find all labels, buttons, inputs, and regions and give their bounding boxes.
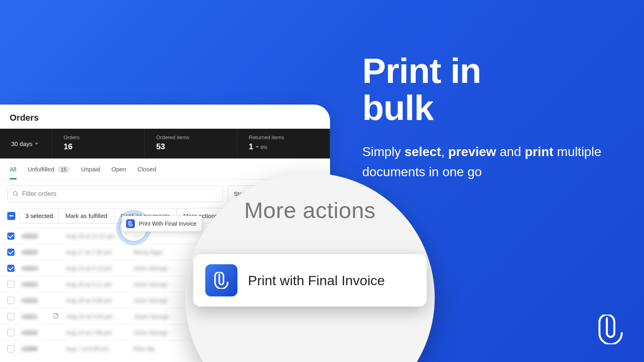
order-date: Aug 10 at 2:56 pm: [66, 329, 126, 336]
hero-title: Print in bulk: [362, 52, 604, 126]
order-date: Aug 17 at 2:30 pm: [66, 249, 126, 255]
order-date: Aug 10 at 3:00 pm: [67, 313, 127, 320]
order-date: Aug 10 at 3:08 pm: [66, 297, 126, 304]
order-customer: Mercy Ajayi: [134, 249, 163, 255]
row-checkbox[interactable]: [7, 249, 14, 256]
order-id: #1013: [22, 281, 46, 288]
stat-returned-label: Returned items: [249, 134, 318, 140]
document-icon: [53, 313, 60, 320]
print-popover[interactable]: Print With Final Invoice: [122, 216, 202, 232]
row-checkbox[interactable]: [7, 313, 14, 320]
tab-closed[interactable]: Closed: [137, 166, 156, 179]
order-customer: Geon George: [134, 281, 168, 288]
timeframe-dropdown[interactable]: 30 days: [0, 129, 52, 158]
tab-all[interactable]: All: [10, 166, 17, 179]
row-checkbox[interactable]: [7, 345, 14, 352]
print-popover-label: Print With Final Invoice: [139, 220, 196, 227]
order-id: #1011: [22, 313, 46, 320]
mark-fulfilled-button[interactable]: Mark as fulfilled: [58, 208, 114, 224]
app-logo-icon: [205, 264, 237, 296]
selected-count: 3 selected: [19, 208, 58, 224]
order-id: #1009: [22, 346, 46, 352]
row-checkbox[interactable]: [7, 281, 14, 288]
order-id: #1014: [22, 265, 46, 272]
tab-open[interactable]: Open: [111, 166, 126, 179]
hero-title-line2: bulk: [362, 88, 433, 128]
brand-logo-icon: [596, 315, 625, 346]
stat-orders-label: Orders: [64, 134, 133, 140]
order-customer: —: [134, 233, 139, 239]
stat-returned: Returned items 10%: [237, 129, 330, 158]
order-id: #1012: [22, 297, 46, 304]
row-checkbox[interactable]: [7, 297, 14, 304]
order-date: Aug 18 at 12:21 pm: [66, 233, 126, 239]
order-id: #1010: [22, 329, 46, 336]
order-id: #1015: [22, 249, 46, 255]
print-menu-item-label: Print with Final Invoice: [248, 273, 385, 288]
stat-returned-value: 1: [249, 142, 253, 151]
order-date: Aug 14 at 9:13 pm: [66, 265, 126, 272]
row-checkbox[interactable]: [7, 232, 14, 240]
stat-items-label: Ordered items: [156, 134, 226, 140]
order-customer: Geon George: [134, 313, 169, 320]
hero-description: Simply select, preview and print multipl…: [362, 142, 604, 182]
search-icon: [12, 191, 19, 197]
tab-unfulfilled[interactable]: Unfulfilled 15: [28, 166, 70, 179]
row-checkbox[interactable]: [7, 265, 14, 272]
row-checkbox[interactable]: [7, 329, 14, 336]
app-logo-icon: [126, 219, 135, 228]
svg-line-1: [17, 195, 18, 196]
print-menu-item[interactable]: Print with Final Invoice: [193, 254, 427, 306]
summary-bar: 30 days Orders 16 Ordered items 53 Retur…: [0, 129, 330, 158]
tab-unfulfilled-label: Unfulfilled: [28, 166, 54, 173]
stat-orders-value: 16: [64, 142, 133, 151]
hero-title-line1: Print in: [362, 51, 481, 90]
order-customer: Geon George: [134, 265, 168, 272]
select-all-checkbox[interactable]: [7, 212, 15, 220]
order-customer: Geon George: [134, 329, 168, 336]
order-date: Aug 10 at 3:11 pm: [66, 281, 126, 288]
stat-items-value: 53: [156, 142, 226, 151]
svg-point-0: [13, 191, 17, 195]
hero-text: Print in bulk Simply select, preview and…: [362, 52, 604, 182]
stat-returned-pct: 0%: [260, 145, 267, 150]
order-id: #1016: [22, 233, 46, 239]
timeframe-label: 30 days: [11, 140, 33, 147]
filter-placeholder: Filter orders: [22, 190, 56, 197]
orders-title: Orders: [0, 105, 330, 129]
tab-unpaid[interactable]: Unpaid: [81, 166, 100, 179]
filter-orders-input[interactable]: Filter orders: [7, 185, 223, 202]
order-customer: Geon George: [134, 297, 168, 304]
order-date: Aug 7 at 8:49 pm: [66, 346, 126, 352]
stat-orders: Orders 16: [52, 129, 145, 158]
stat-items: Ordered items 53: [145, 129, 237, 158]
tab-unfulfilled-badge: 15: [58, 166, 70, 173]
order-customer: Ethe Alp: [134, 346, 155, 352]
